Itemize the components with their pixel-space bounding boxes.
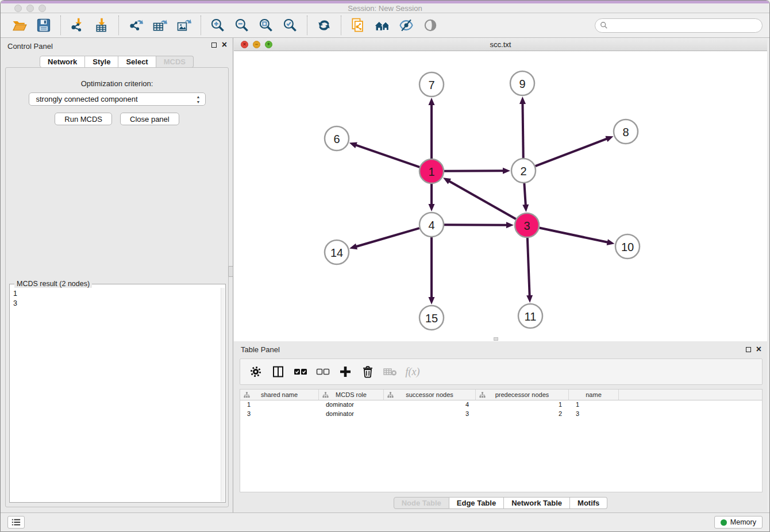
close-panel-button[interactable]: Close panel [120,113,179,125]
node-label-1: 1 [428,165,434,178]
save-session-icon[interactable] [35,17,52,34]
export-image-icon[interactable] [175,17,192,34]
delete-table-icon[interactable] [380,363,400,380]
run-mcds-button[interactable]: Run MCDS [55,113,112,125]
zoom-selected-icon[interactable] [282,17,299,34]
column-header-successor-nodes[interactable]: successor nodes [384,390,476,400]
table-cell[interactable]: 1 [240,400,319,410]
edge-3-1[interactable] [449,181,515,219]
export-network-icon[interactable] [127,17,144,34]
result-scrollbar[interactable] [221,288,225,502]
edge-arrowhead [429,297,435,304]
node-label-14: 14 [330,246,343,259]
export-table-icon[interactable] [151,17,168,34]
tab-network[interactable]: Network [40,56,85,68]
tab-style[interactable]: Style [85,56,118,68]
column-header-predecessor-nodes[interactable]: predecessor nodes [476,390,569,400]
titlebar: Session: New Session [1,1,769,13]
unselect-all-columns-icon[interactable] [313,363,333,380]
delete-row-icon[interactable] [358,363,378,380]
edge-2-9[interactable] [522,103,523,158]
add-row-icon[interactable] [336,363,355,380]
toolbar-separator [118,16,119,35]
edge-4-3[interactable] [444,225,507,225]
table-cell[interactable]: 4 [384,400,476,410]
zoom-fit-icon[interactable] [257,17,275,34]
mcds-result-groupbox: MCDS result (2 nodes) 1 3 [9,284,226,503]
table-cell[interactable]: 3 [569,410,619,419]
table-row[interactable]: 3dominator323 [240,410,762,419]
column-header-name[interactable]: name [569,390,619,400]
table-options-icon[interactable] [246,363,265,380]
close-table-panel-icon[interactable]: × [756,346,761,352]
memory-button[interactable]: Memory [714,516,763,529]
optimization-criterion-select[interactable]: strongly connected component ▲▼ [29,92,206,106]
main-toolbar [1,13,769,38]
edge-1-6[interactable] [356,145,419,167]
table-cell[interactable]: 3 [240,410,319,419]
attribute-icon [387,392,394,398]
node-table: shared nameMCDS rolesuccessor nodesprede… [240,389,763,492]
table-tab-edge-table[interactable]: Edge Table [449,497,504,509]
float-table-panel-icon[interactable] [746,347,751,352]
table-cell[interactable]: 3 [384,410,476,419]
table-header-row: shared nameMCDS rolesuccessor nodesprede… [240,390,762,400]
panel-splitter-grip[interactable] [228,266,233,277]
table-cell[interactable]: dominator [319,400,384,410]
import-network-icon[interactable] [69,17,86,34]
table-body: 1dominator4113dominator323 [240,400,762,419]
attribute-icon [479,392,486,398]
open-file-icon[interactable] [11,17,28,34]
edge-arrowhead [607,239,615,245]
tab-mcds[interactable]: MCDS [156,56,194,68]
toolbar-separator [201,16,201,35]
table-cell[interactable]: 1 [569,400,619,410]
edge-3-10[interactable] [540,228,608,242]
search-input[interactable] [608,21,752,29]
network-canvas[interactable]: 7968124314101511 [234,51,767,341]
table-cell[interactable]: 1 [476,400,569,410]
edge-arrowhead [503,168,510,174]
float-panel-icon[interactable] [211,43,217,48]
table-cell[interactable]: dominator [319,410,384,419]
apply-function-icon[interactable]: f(x) [403,363,422,380]
copy-network-icon[interactable] [349,17,367,34]
canvas-splitter-grip[interactable] [494,337,498,341]
edge-arrowhead [349,142,357,148]
table-tab-network-table[interactable]: Network Table [504,497,570,509]
window-title: Session: New Session [1,4,769,13]
close-panel-icon[interactable]: × [222,42,227,48]
main-area: Control Panel × NetworkStyleSelectMCDS O… [1,38,769,514]
column-header-MCDS-role[interactable]: MCDS role [319,390,384,400]
table-tab-motifs[interactable]: Motifs [570,497,607,509]
edge-2-8[interactable] [536,138,607,166]
mcds-result-textarea[interactable]: 1 3 [10,288,221,502]
table-tab-node-table[interactable]: Node Table [394,497,449,509]
import-table-icon[interactable] [93,17,110,34]
task-history-button[interactable] [7,516,25,529]
column-header-shared-name[interactable]: shared name [240,390,319,400]
network-graph: 7968124314101511 [234,51,767,341]
node-label-15: 15 [425,312,438,325]
edge-2-3[interactable] [524,183,525,205]
table-row[interactable]: 1dominator411 [240,400,762,410]
table-cell[interactable]: 2 [476,410,569,419]
column-header-label: name [586,391,602,398]
edge-1-2[interactable] [444,171,503,171]
home-views-icon[interactable] [374,17,391,34]
show-graphics-details-icon[interactable] [422,17,439,34]
control-panel: Control Panel × NetworkStyleSelectMCDS O… [1,38,233,514]
network-window-title: scc.txt [234,40,767,49]
show-columns-icon[interactable] [268,363,288,380]
apply-layout-icon[interactable] [315,17,333,34]
zoom-out-icon[interactable] [233,17,251,34]
hide-graphics-details-icon[interactable] [398,17,415,34]
edge-4-14[interactable] [356,228,419,246]
column-header-label: MCDS role [336,391,367,398]
select-all-columns-icon[interactable] [291,363,310,380]
zoom-in-icon[interactable] [209,17,226,34]
node-label-11: 11 [525,310,537,323]
search-input-box[interactable] [595,18,763,33]
edge-3-11[interactable] [528,238,530,296]
tab-select[interactable]: Select [118,56,156,68]
